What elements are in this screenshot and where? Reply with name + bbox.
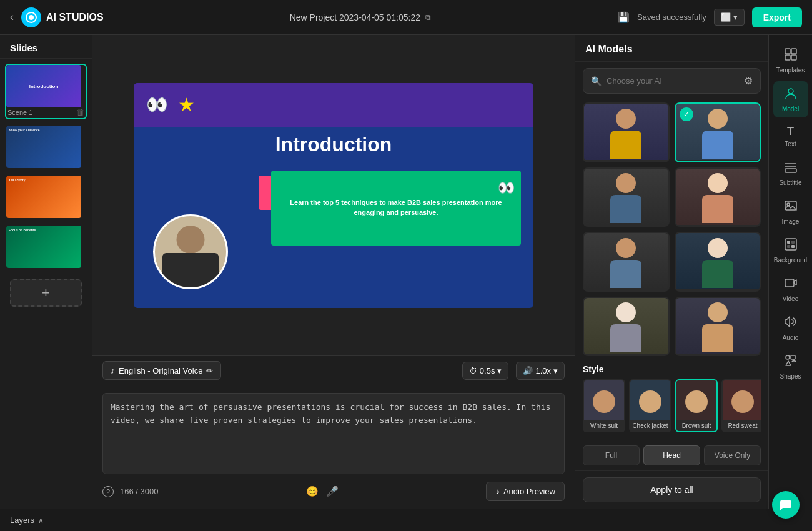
chat-bubble[interactable] — [772, 491, 800, 519]
layout-icon: ⬜ — [721, 12, 731, 22]
haylyn-body — [702, 260, 733, 288]
model-card-haylyn[interactable]: haylyn (Teacher) — [675, 232, 761, 292]
slide-1-label: Scene 1 — [7, 109, 32, 116]
layers-chevron[interactable]: ∧ — [38, 516, 44, 525]
emoji-button[interactable]: 😊 — [306, 485, 319, 497]
daniel-check: ✓ — [680, 107, 693, 121]
style-name-check: Check jacket — [630, 420, 670, 431]
slide-title: Introduction — [134, 133, 533, 156]
script-textarea[interactable] — [102, 393, 565, 474]
toolbar-model[interactable]: Model — [773, 81, 808, 117]
position-buttons: Full Head Voice Only — [583, 445, 761, 465]
model-card-jonathan[interactable]: Jonathan(Full) (Consultant) — [583, 167, 670, 227]
export-button[interactable]: Export — [752, 7, 802, 27]
bottom-bar: Layers ∧ — [0, 509, 812, 531]
position-full[interactable]: Full — [583, 445, 640, 465]
clock-icon: ⏱ — [469, 366, 477, 375]
add-slide-button[interactable]: + — [10, 279, 82, 307]
external-link-icon[interactable]: ⧉ — [425, 13, 431, 22]
slide-canvas: 👀 ★ Introduction Learn the top 5 techniq… — [134, 83, 533, 308]
style-thumb-white — [584, 380, 624, 420]
toolbar-subtitle[interactable]: Subtittle — [773, 155, 808, 191]
toolbar-audio[interactable]: Audio — [773, 310, 808, 346]
svg-rect-5 — [791, 55, 796, 60]
layout-chevron: ▾ — [733, 12, 738, 22]
model-card-paige[interactable]: Paige — [675, 167, 761, 227]
svg-rect-15 — [787, 245, 790, 248]
logo-icon — [21, 7, 41, 27]
audio-preview-button[interactable]: ♪ Audio Preview — [486, 482, 565, 501]
slide-green-text: Learn the top 5 techniques to make B2B s… — [279, 198, 513, 217]
topbar-left: ‹ AI STUDIOS — [10, 7, 104, 27]
toolbar-image[interactable]: Image — [773, 194, 808, 230]
style-brown-suit[interactable]: Brown suit — [675, 379, 718, 432]
add-icon: + — [42, 285, 50, 301]
slide-item-3[interactable]: Tell a Story — [5, 174, 87, 219]
saved-label: Saved successfully — [637, 12, 706, 22]
canvas-area: 👀 ★ Introduction Learn the top 5 techniq… — [92, 35, 575, 355]
speed-button[interactable]: 🔊 1.0x ▾ — [516, 362, 565, 380]
style-white-suit[interactable]: White suit — [583, 379, 625, 432]
apply-to-all-button[interactable]: Apply to all — [583, 477, 761, 502]
style-header: Style — [583, 364, 761, 374]
style-check-jacket[interactable]: Check jacket — [629, 379, 671, 432]
model-thumb-haylyn — [676, 233, 760, 289]
video-label: Video — [783, 295, 798, 302]
haylyn-head — [708, 238, 728, 258]
model-thumb-ruby — [584, 298, 668, 354]
model-card-paris[interactable]: Paris (Announcer) — [583, 102, 670, 162]
svg-rect-17 — [785, 279, 794, 287]
slide-item-4[interactable]: Focus on Benefits — [5, 224, 87, 269]
toolbar-background[interactable]: Background — [773, 232, 808, 269]
cristina-body — [702, 324, 733, 352]
slide-thumb-3: Tell a Story — [6, 176, 81, 218]
svg-rect-12 — [785, 239, 796, 250]
model-card-daniel[interactable]: ✓ Daniel (Announcer) — [675, 102, 761, 162]
model-card-dom[interactable]: Dom — [583, 232, 670, 292]
svg-rect-2 — [785, 49, 790, 54]
svg-rect-19 — [791, 355, 795, 359]
ai-models-header: AI Models — [575, 35, 768, 62]
toolbar-text[interactable]: T Text — [773, 120, 808, 152]
timing-button[interactable]: ⏱ 0.5s ▾ — [462, 362, 509, 380]
text-area-section: ? 166 / 3000 😊 🎤 ♪ Audio Preview — [92, 385, 575, 509]
voice-selector[interactable]: ♪ English - Original Voice ✏ — [102, 361, 221, 380]
back-button[interactable]: ‹ — [10, 11, 14, 24]
filter-icon[interactable]: ⚙ — [744, 75, 753, 87]
slide-scene-row-1: Scene 1 🗑 — [6, 107, 86, 118]
model-card-ruby[interactable]: Ruby (Consultant) — [583, 297, 670, 357]
eyes-decoration-2: 👀 — [498, 180, 515, 196]
layers-label: Layers — [10, 515, 34, 525]
toolbar-shapes[interactable]: Shapes — [773, 349, 808, 385]
paris-silhouette — [604, 106, 648, 159]
dom-head — [616, 238, 636, 258]
dom-name: Dom — [584, 289, 668, 292]
search-input[interactable] — [607, 76, 739, 86]
style-red-sweat[interactable]: Red sweat — [721, 379, 761, 432]
position-head[interactable]: Head — [643, 445, 700, 465]
slide-item-2[interactable]: Know your Audience — [5, 124, 87, 169]
voice-label: English - Original Voice — [119, 366, 202, 375]
slide-item-1[interactable]: Introduction Scene 1 🗑 — [5, 64, 87, 119]
dom-body — [610, 260, 641, 288]
image-icon — [784, 199, 798, 216]
style-head-3 — [685, 390, 708, 413]
model-card-cristina[interactable]: cristina (Teacher) — [675, 297, 761, 357]
microphone-button[interactable]: 🎤 — [326, 485, 339, 497]
toolbar-video[interactable]: Video — [773, 271, 808, 307]
position-voice-only[interactable]: Voice Only — [704, 445, 761, 465]
model-thumb-dom — [584, 233, 668, 289]
daniel-name: Daniel (Announcer) — [676, 160, 760, 162]
shapes-label: Shapes — [780, 373, 801, 380]
layout-button[interactable]: ⬜ ▾ — [714, 9, 745, 26]
audio-label: Audio — [783, 334, 799, 341]
toolbar-templates[interactable]: Templates — [773, 42, 808, 79]
avatar-head — [177, 226, 205, 254]
subtitle-icon — [784, 160, 798, 177]
haylyn-name: haylyn (Teacher) — [676, 289, 760, 292]
slide-thumb-2: Know your Audience — [6, 126, 81, 168]
avatar-body — [162, 253, 219, 287]
help-icon[interactable]: ? — [102, 486, 114, 497]
slide-1-delete[interactable]: 🗑 — [76, 107, 84, 117]
style-head-1 — [593, 390, 615, 413]
